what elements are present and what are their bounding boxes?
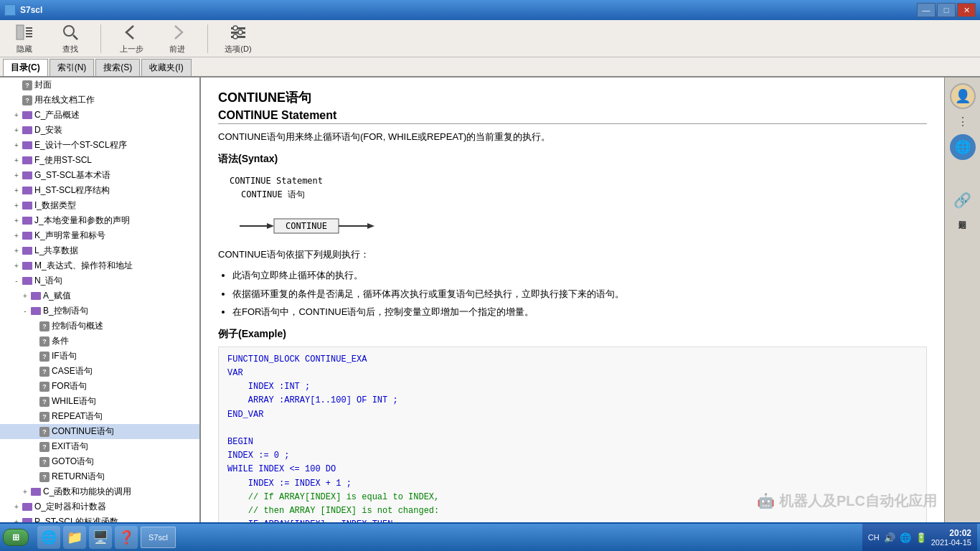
annotation-icon: 🔗 bbox=[953, 192, 971, 209]
diagram-svg: CONTINUE bbox=[232, 213, 405, 239]
sidebar-item-c-product[interactable]: + C_产品概述 bbox=[0, 108, 199, 123]
sidebar-item-l-shared[interactable]: + L_共享数据 bbox=[0, 243, 199, 258]
sidebar-item-n-statement[interactable]: - N_语句 bbox=[0, 273, 199, 288]
syntax-line1: CONTINUE Statement bbox=[230, 174, 927, 188]
maximize-button[interactable]: □ bbox=[937, 3, 956, 17]
title-bar-controls[interactable]: — □ ✕ bbox=[917, 3, 976, 17]
forward-button[interactable]: 前进 bbox=[159, 22, 196, 55]
sidebar-item-for[interactable]: ? FOR语句 bbox=[0, 379, 199, 394]
sidebar-item-j-variables[interactable]: + J_本地变量和参数的声明 bbox=[0, 213, 199, 228]
item-label: 控制语句概述 bbox=[52, 320, 103, 332]
watermark-text: 🤖 机器人及PLC自动化应用 bbox=[757, 493, 937, 509]
sidebar[interactable]: ? 封面 ? 用在线文档工作 + C_产品概述 + D_安装 + E_设计一个S… bbox=[0, 77, 201, 522]
rules-intro: CONTINUE语句依据下列规则执行： bbox=[218, 248, 927, 262]
q-icon: ? bbox=[39, 336, 50, 347]
menu-icon[interactable]: ⋮ bbox=[957, 115, 969, 128]
sidebar-item-while[interactable]: ? WHILE语句 bbox=[0, 394, 199, 409]
folder-icon bbox=[22, 215, 33, 227]
item-label: B_控制语句 bbox=[43, 305, 88, 317]
sidebar-item-e-design[interactable]: + E_设计一个ST-SCL程序 bbox=[0, 138, 199, 153]
close-button[interactable]: ✕ bbox=[957, 3, 976, 17]
svg-point-5 bbox=[64, 26, 74, 36]
tab-contents[interactable]: 目录(C) bbox=[3, 59, 48, 76]
q-icon: ? bbox=[39, 441, 50, 453]
forward-icon bbox=[167, 22, 187, 42]
watermark: 🤖 机器人及PLC自动化应用 bbox=[757, 491, 937, 511]
taskbar-window-icon[interactable]: 🖥️ bbox=[89, 526, 112, 549]
sidebar-item-online-doc[interactable]: ? 用在线文档工作 bbox=[0, 93, 199, 108]
svg-rect-0 bbox=[17, 25, 24, 39]
svg-point-12 bbox=[233, 34, 237, 39]
back-button[interactable]: 上一步 bbox=[113, 22, 150, 55]
sidebar-item-a-values[interactable]: + A_赋值 bbox=[0, 288, 199, 303]
taskbar-browser-icon[interactable]: 🌐 bbox=[37, 526, 60, 549]
folder-icon bbox=[22, 170, 33, 182]
item-label: N_语句 bbox=[34, 275, 62, 287]
sidebar-item-conditions[interactable]: ? 条件 bbox=[0, 334, 199, 349]
folder-icon bbox=[22, 276, 33, 287]
globe-icon: 🌐 bbox=[950, 134, 976, 160]
folder-icon bbox=[30, 486, 42, 498]
folder-icon bbox=[22, 501, 33, 513]
expand-icon: + bbox=[11, 171, 22, 179]
toolbar-sep-2 bbox=[207, 24, 208, 53]
code-line-3: INDEX :INT ; bbox=[227, 380, 918, 394]
sidebar-item-h-structure[interactable]: + H_ST-SCL程序结构 bbox=[0, 183, 199, 198]
item-label: K_声明常量和标号 bbox=[34, 230, 105, 242]
sidebar-item-f-use[interactable]: + F_使用ST-SCL bbox=[0, 153, 199, 168]
sidebar-item-c-functions[interactable]: + C_函数和功能块的调用 bbox=[0, 484, 199, 499]
sidebar-item-return[interactable]: ? RETURN语句 bbox=[0, 469, 199, 484]
sidebar-item-p-standard[interactable]: + P_ST-SCL的标准函数 bbox=[0, 514, 199, 522]
sidebar-item-cover[interactable]: ? 封面 bbox=[0, 77, 199, 93]
search-button[interactable]: 查找 bbox=[52, 22, 89, 55]
forward-label: 前进 bbox=[169, 44, 185, 55]
sidebar-item-o-timers[interactable]: + O_定时器和计数器 bbox=[0, 499, 199, 514]
taskbar-folder-icon[interactable]: 📁 bbox=[63, 526, 86, 549]
item-label: P_ST-SCL的标准函数 bbox=[34, 516, 118, 522]
sidebar-item-case[interactable]: ? CASE语句 bbox=[0, 364, 199, 379]
expand-icon: + bbox=[11, 247, 22, 255]
options-label: 选项(D) bbox=[225, 44, 251, 55]
expand-icon: + bbox=[11, 202, 22, 209]
tab-search[interactable]: 搜索(S) bbox=[95, 59, 140, 76]
start-button[interactable]: ⊞ bbox=[3, 529, 29, 546]
right-panel: 👤 ⋮ 🌐 🔗 返到问题 bbox=[944, 77, 980, 522]
options-button[interactable]: 选项(D) bbox=[220, 22, 257, 55]
sidebar-item-goto[interactable]: ? GOTO语句 bbox=[0, 454, 199, 469]
sidebar-item-b-control[interactable]: - B_控制语句 bbox=[0, 303, 199, 319]
svg-point-11 bbox=[238, 30, 242, 34]
expand-icon: + bbox=[11, 262, 22, 270]
sidebar-item-continue[interactable]: ? CONTINUE语句 bbox=[0, 424, 199, 439]
svg-marker-14 bbox=[267, 223, 274, 229]
rule-1: 此语句立即终止循环体的执行。 bbox=[232, 268, 927, 283]
taskbar-app-item[interactable]: S7scl bbox=[141, 527, 176, 548]
sidebar-item-d-install[interactable]: + D_安装 bbox=[0, 123, 199, 138]
sidebar-item-i-datatypes[interactable]: + I_数据类型 bbox=[0, 198, 199, 213]
sidebar-item-g-basics[interactable]: + G_ST-SCL基本术语 bbox=[0, 168, 199, 183]
syntax-diagram: CONTINUE bbox=[218, 213, 927, 239]
item-label: I_数据类型 bbox=[34, 199, 76, 212]
sidebar-item-if[interactable]: ? IF语句 bbox=[0, 349, 199, 364]
item-label: F_使用ST-SCL bbox=[34, 154, 92, 166]
q-icon: ? bbox=[39, 426, 50, 438]
sidebar-item-repeat[interactable]: ? REPEAT语句 bbox=[0, 409, 199, 424]
sidebar-item-ctrl-overview[interactable]: ? 控制语句概述 bbox=[0, 319, 199, 334]
hide-button[interactable]: 隐藏 bbox=[6, 22, 43, 55]
q-icon: ? bbox=[22, 80, 33, 91]
minimize-button[interactable]: — bbox=[917, 3, 936, 17]
tab-favorites[interactable]: 收藏夹(I) bbox=[141, 59, 191, 76]
svg-point-10 bbox=[233, 26, 237, 30]
sidebar-item-exit[interactable]: ? EXIT语句 bbox=[0, 439, 199, 454]
tab-index[interactable]: 索引(N) bbox=[50, 59, 95, 76]
q-icon: ? bbox=[39, 471, 50, 483]
avatar: 👤 bbox=[950, 83, 976, 109]
sidebar-item-k-constants[interactable]: + K_声明常量和标号 bbox=[0, 228, 199, 243]
code-line-2: VAR bbox=[227, 367, 918, 380]
item-label: 条件 bbox=[52, 335, 69, 347]
taskbar-help-icon[interactable]: ❓ bbox=[115, 526, 138, 549]
folder-icon bbox=[22, 200, 33, 212]
sidebar-item-m-expr[interactable]: + M_表达式、操作符和地址 bbox=[0, 258, 199, 273]
taskbar-battery-icon: 🔋 bbox=[915, 532, 927, 543]
item-label: GOTO语句 bbox=[52, 456, 94, 468]
svg-line-6 bbox=[73, 35, 77, 39]
